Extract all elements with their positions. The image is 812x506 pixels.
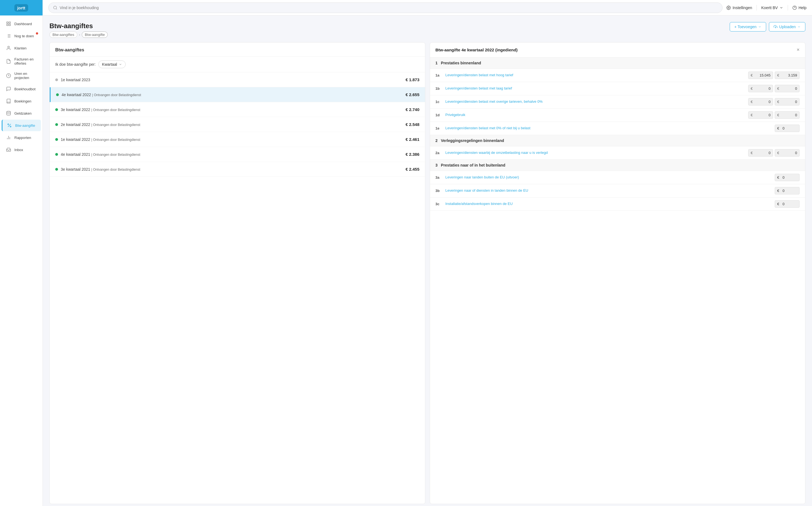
sidebar-item-geldzaken[interactable]: Geldzaken [2,107,41,119]
amount-field-3b-1[interactable]: € 0 [775,187,800,194]
grid-icon [6,21,12,27]
svg-point-10 [8,46,9,48]
amount-field-1b-1[interactable]: € 0 [748,85,773,92]
euro-sign-1d-2: € [777,113,779,117]
money-icon [6,110,12,116]
sidebar-item-facturen[interactable]: Facturen en offertes [2,55,41,68]
search-icon [53,6,58,10]
sidebar-item-label-rapporten: Rapporten [14,136,31,140]
list-item-q4-2021[interactable]: 4e kwartaal 2021 | Ontvangen door Belast… [50,147,425,162]
page-content: Btw-aangiftes Btw-aangiftes › Btw-aangif… [43,15,812,506]
period-selector: Ik doe btw-aangifte per: Kwartaal [50,57,425,72]
detail-fields-3b: € 0 [775,187,800,194]
amount-field-2a-2[interactable]: € 0 [775,149,800,157]
euro-sign-1b-1: € [751,86,753,91]
page-actions: + Toevoegen Uploaden [730,22,805,31]
sidebar-item-nog-te-doen[interactable]: Nog te doen [2,30,41,42]
amount-field-1a-1[interactable]: € 15.045 [748,72,773,79]
section-1-num: 1 [436,61,438,65]
detail-num-1e: 1e [436,126,442,131]
detail-fields-1d: € 0 € 0 [748,111,800,119]
svg-rect-1 [9,22,10,23]
list-item-amount-q1-2023: € 1.873 [405,77,419,82]
close-button[interactable]: × [797,47,800,53]
app-logo[interactable]: jortt [14,4,28,12]
sidebar-item-label-btw-aangifte: Btw-aangifte [15,123,35,128]
sidebar-item-uren[interactable]: Uren en projecten [2,69,41,83]
settings-button[interactable]: Instellingen [726,6,752,10]
list-item-q3-2022[interactable]: 3e kwartaal 2022 | Ontvangen door Belast… [50,102,425,117]
amount-value-1b-1: 0 [769,86,771,91]
sidebar-item-btw-aangifte[interactable]: Btw-aangifte [2,119,41,131]
left-panel: Btw-aangiftes Ik doe btw-aangifte per: K… [50,42,425,504]
search-input[interactable] [60,6,718,10]
period-prefix: Ik doe btw-aangifte per: [55,62,96,67]
amount-field-1e-1[interactable]: € 0 [775,124,800,132]
amount-value-1d-2: 0 [795,113,797,117]
detail-row-3a: 3a Leveringen naar landen buiten de EU (… [430,171,805,184]
help-icon [792,6,797,10]
sidebar-item-boekingen[interactable]: Boekingen [2,95,41,107]
list-item-amount-q2-2022: € 2.548 [405,122,419,127]
amount-field-2a-1[interactable]: € 0 [748,149,773,157]
add-button[interactable]: + Toevoegen [730,22,766,31]
amount-field-3c-1[interactable]: € 0 [775,200,800,208]
amount-field-1a-2[interactable]: € 3.159 [775,72,800,79]
help-label: Help [799,6,806,10]
amount-field-1d-2[interactable]: € 0 [775,111,800,119]
detail-desc-2a: Leveringen/diensten waarbij de omzetbela… [446,150,745,155]
company-label: Koertt BV [761,6,778,10]
period-dropdown[interactable]: Kwartaal [98,61,125,68]
list-item-q4-2022[interactable]: 4e kwartaal 2022 | Ontvangen door Belast… [50,87,425,102]
upload-button[interactable]: Uploaden [769,22,805,31]
list-item-q2-2022[interactable]: 2e kwartaal 2022 | Ontvangen door Belast… [50,117,425,132]
list-item-left-q3-2022: 3e kwartaal 2022 | Ontvangen door Belast… [55,107,140,112]
list-item-amount-q4-2021: € 2.386 [405,152,419,157]
sidebar-item-label-nog-te-doen: Nog te doen [14,34,34,38]
sidebar-nav: Dashboard Nog te doen Klanten Facturen e… [0,15,42,506]
amount-field-1b-2[interactable]: € 0 [775,85,800,92]
amount-value-3c-1: 0 [783,202,784,206]
topbar-separator-2 [788,5,788,10]
amount-field-1d-1[interactable]: € 0 [748,111,773,119]
list-item-q1-2022[interactable]: 1e kwartaal 2022 | Ontvangen door Belast… [50,132,425,147]
sidebar-item-label-boekhoudbot: Boekhoudbot [14,87,35,91]
sidebar-item-boekhoudbot[interactable]: Boekhoudbot [2,83,41,95]
svg-rect-0 [7,22,8,23]
amount-field-1c-2[interactable]: € 0 [775,98,800,105]
detail-fields-1b: € 0 € 0 [748,85,800,92]
svg-point-12 [7,111,10,113]
list-item-q1-2023[interactable]: 1e kwartaal 2023 € 1.873 [50,72,425,87]
sidebar-item-rapporten[interactable]: Rapporten [2,132,41,143]
sidebar: jortt Dashboard Nog te doen Klanten [0,0,43,506]
amount-field-3a-1[interactable]: € 0 [775,174,800,181]
sidebar-item-inbox[interactable]: Inbox [2,144,41,156]
breadcrumb-item-2[interactable]: Btw-aangifte [82,31,108,38]
sidebar-item-dashboard[interactable]: Dashboard [2,18,41,29]
list-item-amount-q3-2021: € 2.455 [405,167,419,172]
svg-line-13 [8,124,11,127]
detail-row-1c: 1c Leveringen/diensten belast met overig… [430,95,805,108]
page-header: Btw-aangiftes Btw-aangiftes › Btw-aangif… [50,22,805,38]
breadcrumb-item-1[interactable]: Btw-aangiftes [50,31,77,38]
amount-field-1c-1[interactable]: € 0 [748,98,773,105]
company-button[interactable]: Koertt BV [761,6,783,10]
detail-row-1a: 1a Leveringen/diensten belast met hoog t… [430,69,805,82]
detail-desc-3b: Leveringen naar of diensten in landen bi… [446,188,772,193]
detail-desc-1d: Privégebruik [446,112,745,117]
search-box[interactable] [48,2,723,13]
svg-point-14 [8,124,9,125]
status-dot-green-q4-2021 [55,153,58,156]
person-icon [6,45,12,51]
sidebar-item-klanten[interactable]: Klanten [2,42,41,54]
list-item-q3-2021[interactable]: 3e kwartaal 2021 | Ontvangen door Belast… [50,162,425,177]
sidebar-item-label-uren: Uren en projecten [14,72,37,80]
amount-value-1a-2: 3.159 [788,73,797,77]
section-3-num: 3 [436,163,438,167]
svg-rect-2 [7,24,8,26]
svg-point-19 [54,6,57,9]
status-dot-green-q3-2022 [55,108,58,111]
euro-sign-2a-2: € [777,151,779,155]
euro-sign-1d-1: € [751,113,753,117]
help-button[interactable]: Help [792,6,806,10]
